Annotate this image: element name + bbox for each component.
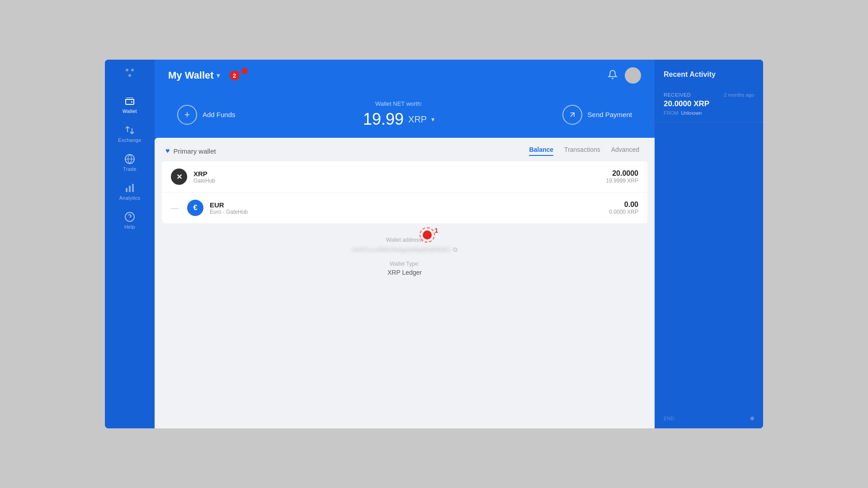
net-worth-label: Wallet NET worth: — [363, 100, 434, 107]
xrp-balance: 20.0000 19.9999 XRP — [606, 169, 638, 184]
sidebar-item-trade[interactable]: Trade — [105, 148, 155, 177]
end-label: END — [664, 416, 674, 421]
xrp-coin-provider: GateHub — [193, 178, 600, 184]
sidebar-item-trade-label: Trade — [123, 166, 137, 172]
xrp-amount: 20.0000 — [606, 169, 638, 178]
sidebar-item-wallet[interactable]: Wallet — [105, 90, 155, 119]
net-worth-display: Wallet NET worth: 19.99 XRP ▾ — [363, 100, 434, 129]
balance-list: ✕ XRP GateHub 20.0000 19.9999 XRP — € — [162, 161, 647, 223]
header: My Wallet ▾ 2 — [155, 60, 655, 91]
send-payment-button[interactable]: Send Payment — [562, 105, 632, 125]
wallet-address-value: r4rHf71LcvR601Rk4ga1bNbp6G8PB3E3 ⧉ — [352, 246, 457, 253]
wallet-type-label: Wallet Type: — [390, 261, 419, 267]
table-row: — € EUR Euro - GateHub 0.00 0.0000 XRP — [162, 192, 647, 223]
net-worth-currency: XRP — [408, 114, 427, 125]
content-header: ♥ Primary wallet Balance Transactions Ad… — [155, 138, 655, 156]
notification-badge-dot — [241, 68, 248, 74]
xrp-coin-name: XRP — [193, 170, 600, 178]
primary-wallet-label: ♥ Primary wallet — [165, 147, 216, 155]
trust-line-indicator: — — [171, 203, 179, 213]
sidebar-decoration — [126, 69, 134, 77]
activity-from-label: FROM — [664, 110, 678, 116]
eur-coin-name: EUR — [210, 201, 603, 209]
svg-rect-3 — [132, 184, 134, 192]
send-payment-label: Send Payment — [588, 111, 632, 118]
tabs: Balance Transactions Advanced — [529, 146, 639, 156]
right-panel-footer: END — [655, 408, 763, 428]
sidebar-item-exchange[interactable]: Exchange — [105, 119, 155, 148]
copy-address-button[interactable]: ⧉ — [453, 246, 458, 253]
net-worth-value: 19.99 — [363, 110, 404, 129]
xrp-value: 19.9999 XRP — [606, 178, 638, 184]
header-chevron-icon: ▾ — [217, 72, 220, 79]
notification-bell-button[interactable] — [608, 70, 618, 82]
content-area: ♥ Primary wallet Balance Transactions Ad… — [155, 138, 655, 428]
add-funds-label: Add Funds — [203, 111, 236, 118]
svg-rect-1 — [126, 188, 127, 192]
svg-line-6 — [570, 113, 574, 116]
sidebar-item-wallet-label: Wallet — [123, 108, 137, 114]
header-title: My Wallet ▾ 2 — [168, 70, 240, 81]
tab-transactions[interactable]: Transactions — [564, 146, 600, 156]
svg-rect-2 — [129, 186, 131, 192]
wallet-address-label: Wallet address: — [386, 237, 423, 243]
send-payment-icon — [562, 105, 582, 125]
wallet-address-text: r4rHf71LcvR601Rk4ga1bNbp6G8PB3E3 — [352, 247, 450, 253]
activity-from-value: Unknown — [681, 110, 702, 116]
my-wallet-title: My Wallet — [168, 70, 214, 81]
eur-coin-icon: € — [187, 200, 203, 216]
wallet-info-section: 1 Wallet address: r4rHf71LcvR601Rk4ga1bN… — [155, 223, 655, 428]
eur-amount: 0.00 — [609, 201, 638, 209]
xrp-coin-icon: ✕ — [171, 169, 187, 185]
eur-coin-info: EUR Euro - GateHub — [210, 201, 603, 215]
sidebar-item-exchange-label: Exchange — [118, 137, 141, 143]
sidebar: Wallet Exchange Trade Analytics — [105, 60, 155, 428]
activity-from: FROM Unknown — [664, 110, 754, 116]
activity-type: RECEIVED — [664, 92, 691, 98]
wallet-type-value: XRP Ledger — [387, 269, 422, 276]
annotation-1: 1 — [423, 230, 432, 241]
tab-balance[interactable]: Balance — [529, 146, 553, 156]
wallet-name: Primary wallet — [174, 147, 216, 155]
main-content: My Wallet ▾ 2 + Add Funds Wallet NET w — [155, 60, 655, 428]
eur-coin-provider: Euro - GateHub — [210, 209, 603, 215]
user-avatar[interactable] — [625, 67, 641, 84]
add-funds-icon: + — [177, 105, 197, 125]
eur-xrp-value: 0.0000 XRP — [609, 209, 638, 215]
activity-top-row: RECEIVED 2 months ago — [664, 92, 754, 98]
panel-dot — [750, 417, 754, 420]
currency-chevron-icon: ▾ — [431, 116, 434, 123]
xrp-coin-info: XRP GateHub — [193, 170, 600, 184]
add-funds-button[interactable]: + Add Funds — [177, 105, 236, 125]
heart-icon: ♥ — [165, 147, 170, 155]
right-panel: Recent Activity RECEIVED 2 months ago 20… — [655, 60, 763, 428]
net-worth-amount: 19.99 XRP ▾ — [363, 110, 434, 129]
sidebar-item-help-label: Help — [124, 224, 135, 230]
table-row: ✕ XRP GateHub 20.0000 19.9999 XRP — [162, 161, 647, 192]
annotation-1-number: 1 — [434, 227, 438, 234]
recent-activity-title: Recent Activity — [655, 60, 763, 86]
notification-count-badge: 2 — [230, 70, 240, 80]
eur-balance: 0.00 0.0000 XRP — [609, 201, 638, 215]
sidebar-item-help[interactable]: Help — [105, 206, 155, 235]
activity-time: 2 months ago — [724, 92, 754, 98]
hero-section: + Add Funds Wallet NET worth: 19.99 XRP … — [155, 91, 655, 138]
sidebar-item-analytics-label: Analytics — [119, 195, 141, 201]
activity-item: RECEIVED 2 months ago 20.0000 XRP FROM U… — [655, 86, 763, 122]
activity-amount: 20.0000 XRP — [664, 99, 754, 108]
tab-advanced[interactable]: Advanced — [611, 146, 639, 156]
sidebar-item-analytics[interactable]: Analytics — [105, 177, 155, 206]
